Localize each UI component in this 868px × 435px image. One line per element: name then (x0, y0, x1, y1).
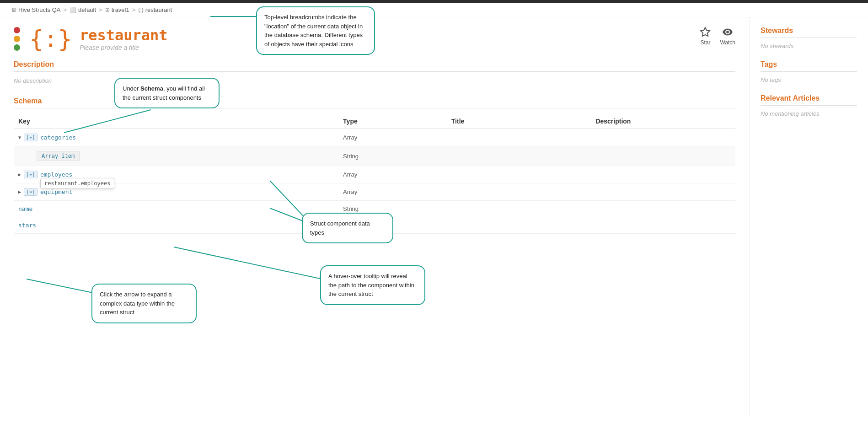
stewards-section: Stewards No stewards (761, 27, 857, 49)
array-badge-employees: [»] (24, 171, 38, 178)
title-cell-equipment (447, 183, 591, 201)
no-articles: No mentioning articles (761, 110, 857, 117)
desc-cell-stars (591, 217, 735, 234)
employees-tooltip: restaurant.employees (40, 178, 115, 189)
sidebar: Stewards No stewards Tags No tags Releva… (749, 17, 868, 416)
star-label: Star (700, 39, 710, 46)
key-cell-employees: ▶ [»] employees restaurant.employees (14, 166, 338, 183)
page-subtitle: Please provide a title (80, 44, 168, 51)
breadcrumb-hive[interactable]: Hive Structs QA (18, 6, 60, 13)
server-icon: 🖥 (11, 7, 16, 13)
expand-arrow-categories[interactable]: ▼ (18, 135, 21, 140)
title-cell-stars (447, 217, 591, 234)
traffic-light-yellow (14, 36, 20, 42)
breadcrumb: 🖥 Hive Structs QA > ⬜ default > ⊞ travel… (0, 3, 868, 17)
type-cell-employees: Array (338, 166, 447, 183)
table-row: Array item String (14, 146, 735, 166)
relevant-articles-heading: Relevant Articles (761, 94, 857, 102)
type-cell-equipment: Array (338, 183, 447, 201)
description-heading: Description (14, 60, 735, 69)
no-tags: No tags (761, 76, 857, 83)
struct-icon-large: {:} (29, 27, 72, 51)
watch-icon (722, 27, 733, 38)
breadcrumb-callout: Top-level breadcrumbs indicate the "loca… (256, 6, 375, 55)
datatype-callout: Struct component data types (302, 213, 393, 243)
desc-cell-name (591, 201, 735, 217)
key-label-stars[interactable]: stars (18, 222, 36, 229)
tags-divider (761, 71, 857, 72)
watch-button[interactable]: Watch (720, 27, 735, 46)
schema-callout: Under Schema, you will find all the curr… (114, 78, 220, 108)
traffic-light-red (14, 27, 20, 33)
header-left: {:} restaurant Please provide a title (14, 27, 168, 51)
watch-label: Watch (720, 39, 735, 46)
key-cell-array-item: Array item (14, 146, 338, 166)
title-cell-employees (447, 166, 591, 183)
title-cell-categories (447, 129, 591, 146)
table-icon: ⊞ (105, 7, 110, 13)
relevant-articles-divider (761, 105, 857, 106)
col-header-desc: Description (591, 114, 735, 129)
stewards-divider (761, 38, 857, 38)
expand-callout: Click the arrow to expand a complex data… (91, 284, 197, 323)
title-cell-name (447, 201, 591, 217)
tags-heading: Tags (761, 60, 857, 69)
expand-arrow-employees[interactable]: ▶ (18, 172, 21, 177)
desc-cell-categories (591, 129, 735, 146)
array-item-key[interactable]: Array item (37, 151, 80, 161)
type-cell-categories: Array (338, 129, 447, 146)
stewards-heading: Stewards (761, 27, 857, 35)
type-cell-array-item: String (338, 146, 447, 166)
key-cell-name: name (14, 201, 338, 217)
page-title: restaurant (80, 27, 168, 44)
col-header-key: Key (14, 114, 338, 129)
relevant-articles-section: Relevant Articles No mentioning articles (761, 94, 857, 117)
header-actions: Star Watch (700, 27, 735, 46)
desc-cell-array-item (591, 146, 735, 166)
no-stewards: No stewards (761, 43, 857, 49)
title-cell-array-item (447, 146, 591, 166)
breadcrumb-default[interactable]: default (78, 6, 96, 13)
table-row: ▶ [»] equipment Array (14, 183, 735, 201)
array-badge-categories: [»] (24, 134, 38, 141)
table-row: ▼ [»] categories Array (14, 129, 735, 146)
svg-marker-0 (701, 27, 710, 36)
table-row: ▶ [»] employees restaurant.employees Arr… (14, 166, 735, 183)
title-group: restaurant Please provide a title (80, 27, 168, 51)
col-header-type: Type (338, 114, 447, 129)
default-icon: ⬜ (70, 7, 76, 13)
array-badge-equipment: [»] (24, 188, 38, 196)
star-button[interactable]: Star (700, 27, 711, 46)
key-label-categories[interactable]: categories (40, 134, 76, 141)
breadcrumb-restaurant[interactable]: restaurant (145, 6, 172, 13)
traffic-light-green (14, 44, 20, 51)
expand-arrow-equipment[interactable]: ▶ (18, 189, 21, 194)
struct-icon-bc: {:} (138, 7, 143, 13)
desc-cell-equipment (591, 183, 735, 201)
key-label-equipment[interactable]: equipment (40, 188, 72, 195)
col-header-title: Title (447, 114, 591, 129)
employees-tooltip-container: employees restaurant.employees (40, 171, 72, 178)
description-divider (14, 71, 735, 72)
tags-section: Tags No tags (761, 60, 857, 83)
schema-header-row: Key Type Title Description (14, 114, 735, 129)
key-label-employees[interactable]: employees (40, 171, 72, 178)
key-cell-categories: ▼ [»] categories (14, 129, 338, 146)
star-icon (700, 27, 711, 38)
key-cell-stars: stars (14, 217, 338, 234)
tooltip-callout: A hover-over tooltip will reveal the pat… (320, 265, 425, 305)
desc-cell-employees (591, 166, 735, 183)
key-label-name[interactable]: name (18, 205, 32, 212)
breadcrumb-travel[interactable]: travel1 (112, 6, 129, 13)
traffic-lights (14, 27, 20, 51)
